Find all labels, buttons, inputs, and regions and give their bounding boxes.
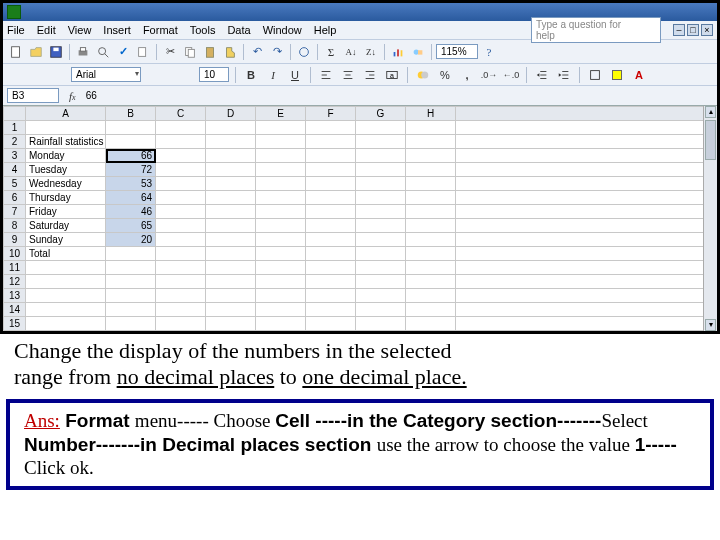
increase-indent-icon[interactable] — [555, 66, 573, 84]
restore-button[interactable]: □ — [687, 24, 699, 36]
cell[interactable]: Tuesday — [26, 163, 106, 177]
underline-button[interactable]: U — [286, 66, 304, 84]
cell[interactable]: 20 — [106, 233, 156, 247]
research-icon[interactable] — [134, 43, 152, 61]
row-header[interactable]: 12 — [4, 275, 26, 289]
fx-icon[interactable]: fx — [67, 90, 78, 102]
menu-file[interactable]: File — [7, 24, 25, 36]
col-header-b[interactable]: B — [106, 107, 156, 121]
row-header[interactable]: 14 — [4, 303, 26, 317]
drawing-icon[interactable] — [409, 43, 427, 61]
select-all-corner[interactable] — [4, 107, 26, 121]
menu-view[interactable]: View — [68, 24, 92, 36]
row-header[interactable]: 6 — [4, 191, 26, 205]
vertical-scrollbar[interactable]: ▴ ▾ — [703, 106, 717, 331]
align-right-icon[interactable] — [361, 66, 379, 84]
font-color-icon[interactable]: A — [630, 66, 648, 84]
menu-window[interactable]: Window — [263, 24, 302, 36]
cut-icon[interactable]: ✂ — [161, 43, 179, 61]
undo-icon[interactable]: ↶ — [248, 43, 266, 61]
col-header-f[interactable]: F — [306, 107, 356, 121]
sort-desc-icon[interactable]: Z↓ — [362, 43, 380, 61]
zoom-level[interactable]: 115% — [436, 44, 478, 59]
row-header[interactable]: 11 — [4, 261, 26, 275]
cell[interactable]: Saturday — [26, 219, 106, 233]
scroll-thumb[interactable] — [705, 120, 716, 160]
help-icon[interactable]: ? — [480, 43, 498, 61]
currency-icon[interactable] — [414, 66, 432, 84]
font-name-select[interactable]: Arial▾ — [71, 67, 141, 82]
col-header-a[interactable]: A — [26, 107, 106, 121]
scroll-down-arrow[interactable]: ▾ — [705, 319, 716, 331]
link-icon[interactable] — [295, 43, 313, 61]
grid[interactable]: A B C D E F G H 1 2Rainfall statistics 3… — [3, 106, 715, 331]
increase-decimal-icon[interactable]: .0→ — [480, 66, 498, 84]
cell[interactable]: Sunday — [26, 233, 106, 247]
menu-help[interactable]: Help — [314, 24, 337, 36]
row-header[interactable]: 4 — [4, 163, 26, 177]
cell-b3[interactable]: 66 — [106, 149, 156, 163]
paste-icon[interactable] — [201, 43, 219, 61]
autosum-icon[interactable]: Σ — [322, 43, 340, 61]
fill-color-icon[interactable] — [608, 66, 626, 84]
cell[interactable]: 53 — [106, 177, 156, 191]
cell[interactable]: Thursday — [26, 191, 106, 205]
row-header[interactable]: 15 — [4, 317, 26, 331]
sort-asc-icon[interactable]: A↓ — [342, 43, 360, 61]
bold-button[interactable]: B — [242, 66, 260, 84]
format-painter-icon[interactable] — [221, 43, 239, 61]
cell[interactable]: Monday — [26, 149, 106, 163]
row-header[interactable]: 7 — [4, 205, 26, 219]
row-header[interactable]: 10 — [4, 247, 26, 261]
open-icon[interactable] — [27, 43, 45, 61]
col-header-c[interactable]: C — [156, 107, 206, 121]
name-box[interactable]: B3 — [7, 88, 59, 103]
scroll-up-arrow[interactable]: ▴ — [705, 106, 716, 118]
cell[interactable]: Friday — [26, 205, 106, 219]
row-header[interactable]: 9 — [4, 233, 26, 247]
help-search[interactable]: Type a question for help — [531, 17, 661, 43]
cell-a10[interactable]: Total — [26, 247, 106, 261]
save-icon[interactable] — [47, 43, 65, 61]
comma-icon[interactable]: , — [458, 66, 476, 84]
new-icon[interactable] — [7, 43, 25, 61]
decrease-indent-icon[interactable] — [533, 66, 551, 84]
close-button[interactable]: × — [701, 24, 713, 36]
print-icon[interactable] — [74, 43, 92, 61]
copy-icon[interactable] — [181, 43, 199, 61]
cell[interactable]: 65 — [106, 219, 156, 233]
redo-icon[interactable]: ↷ — [268, 43, 286, 61]
preview-icon[interactable] — [94, 43, 112, 61]
row-header[interactable]: 8 — [4, 219, 26, 233]
row-header[interactable]: 3 — [4, 149, 26, 163]
cell[interactable]: Wednesday — [26, 177, 106, 191]
formula-value[interactable]: 66 — [86, 90, 97, 101]
menu-format[interactable]: Format — [143, 24, 178, 36]
cell-a2[interactable]: Rainfall statistics — [26, 135, 106, 149]
merge-center-icon[interactable]: a — [383, 66, 401, 84]
align-center-icon[interactable] — [339, 66, 357, 84]
menu-data[interactable]: Data — [227, 24, 250, 36]
cell[interactable]: 46 — [106, 205, 156, 219]
menu-insert[interactable]: Insert — [103, 24, 131, 36]
row-header[interactable]: 2 — [4, 135, 26, 149]
cell[interactable]: 64 — [106, 191, 156, 205]
menu-tools[interactable]: Tools — [190, 24, 216, 36]
col-header-g[interactable]: G — [356, 107, 406, 121]
percent-icon[interactable]: % — [436, 66, 454, 84]
font-size-select[interactable]: 10 — [199, 67, 229, 82]
row-header[interactable]: 13 — [4, 289, 26, 303]
row-header[interactable]: 1 — [4, 121, 26, 135]
decrease-decimal-icon[interactable]: ←.0 — [502, 66, 520, 84]
menu-edit[interactable]: Edit — [37, 24, 56, 36]
italic-button[interactable]: I — [264, 66, 282, 84]
borders-icon[interactable] — [586, 66, 604, 84]
col-header-d[interactable]: D — [206, 107, 256, 121]
align-left-icon[interactable] — [317, 66, 335, 84]
col-header-h[interactable]: H — [406, 107, 456, 121]
chart-icon[interactable] — [389, 43, 407, 61]
col-header-e[interactable]: E — [256, 107, 306, 121]
row-header[interactable]: 5 — [4, 177, 26, 191]
cell[interactable]: 72 — [106, 163, 156, 177]
minimize-button[interactable]: – — [673, 24, 685, 36]
